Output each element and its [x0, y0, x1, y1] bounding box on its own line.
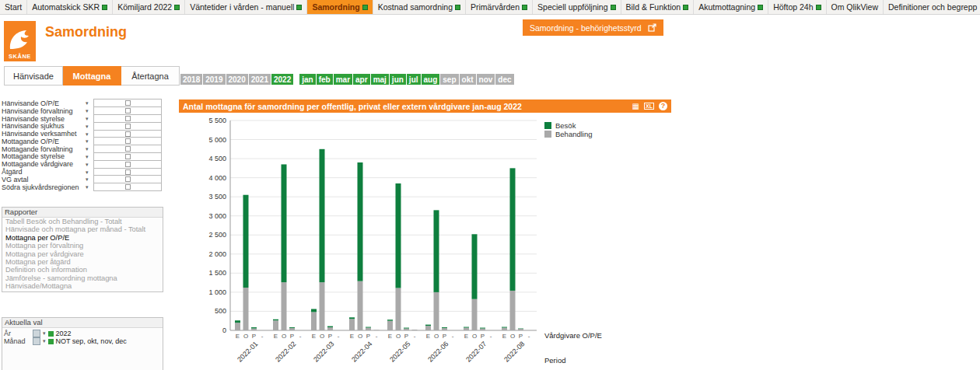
chevron-down-icon[interactable]: ▾ — [86, 124, 93, 129]
chevron-down-icon[interactable]: ▾ — [86, 100, 93, 106]
bar-behandling-2022-02-E[interactable] — [273, 320, 278, 330]
copy-image-icon[interactable]: ▦ — [632, 103, 639, 110]
view-tab-hänvisade[interactable]: Hänvisade — [4, 66, 63, 86]
month-jul[interactable]: jul — [407, 74, 421, 85]
bar-besok-2022-07-P[interactable] — [480, 328, 485, 329]
bar-besok-2022-08-O[interactable] — [510, 168, 516, 291]
permission-link-button[interactable]: Samordning - behörighetsstyrd — [523, 19, 663, 36]
bar-behandling-2022-06-P[interactable] — [442, 328, 447, 330]
checkbox[interactable] — [125, 176, 131, 182]
tab-kömiljard-2022[interactable]: Kömiljard 2022 — [113, 0, 185, 14]
year-2019[interactable]: 2019 — [203, 74, 225, 85]
filter-listbox[interactable] — [93, 183, 162, 191]
bar-behandling-2022-08-P[interactable] — [518, 329, 523, 330]
bar-besok-2022-05-P[interactable] — [404, 328, 409, 329]
tab-om-qlikview[interactable]: Om QlikView — [827, 0, 884, 14]
month-jan[interactable]: jan — [299, 74, 315, 85]
bar-behandling-2022-04-O[interactable] — [358, 281, 363, 330]
report-item-mottagna-per-åtgärd[interactable]: Mottagna per åtgärd — [2, 258, 163, 266]
checkbox[interactable] — [125, 162, 131, 167]
report-item-mottagna-per-o-p-e[interactable]: Mottagna per O/P/E — [2, 234, 163, 242]
bar-behandling-2022-07-E[interactable] — [464, 328, 469, 330]
chevron-down-icon[interactable]: ▾ — [86, 131, 93, 137]
year-2018[interactable]: 2018 — [180, 74, 202, 85]
tab-start[interactable]: Start — [0, 0, 27, 14]
bar-besok-2022-03-E[interactable] — [311, 309, 317, 312]
bar-behandling-2022-05-P[interactable] — [404, 329, 409, 330]
bar-behandling-2022-07-O[interactable] — [472, 299, 478, 330]
report-item-hänvisade-mottagna[interactable]: Hänvisade/Mottagna — [2, 282, 163, 290]
month-aug[interactable]: aug — [422, 74, 440, 85]
bar-behandling-2022-06-E[interactable] — [425, 326, 431, 330]
bar-besok-2022-03-P[interactable] — [327, 326, 333, 327]
year-2022[interactable]: 2022 — [271, 74, 293, 85]
year-2020[interactable]: 2020 — [226, 74, 248, 85]
bar-besok-2022-01-P[interactable] — [251, 327, 257, 328]
bar-besok-2022-08-E[interactable] — [502, 327, 507, 328]
eraser-icon[interactable] — [33, 330, 40, 337]
month-jun[interactable]: jun — [390, 74, 406, 85]
month-sep[interactable]: sep — [440, 74, 458, 85]
chevron-down-icon[interactable]: ▾ — [86, 154, 93, 159]
tab-kostnad-samordning[interactable]: Kostnad samordning — [373, 0, 466, 14]
bar-besok-2022-01-O[interactable] — [243, 195, 249, 288]
chevron-down-icon[interactable]: ▾ — [86, 176, 93, 182]
bar-besok-2022-07-E[interactable] — [464, 327, 469, 328]
checkbox[interactable] — [125, 108, 131, 113]
chevron-down-icon[interactable]: ▾ — [86, 138, 93, 144]
bar-besok-2022-04-O[interactable] — [358, 162, 363, 281]
view-tab-återtagna[interactable]: Återtagna — [121, 66, 180, 86]
chevron-down-icon[interactable]: ▾ — [86, 162, 93, 167]
checkbox[interactable] — [125, 116, 131, 121]
bar-besok-2022-01-E[interactable] — [235, 320, 240, 323]
bar-behandling-2022-03-E[interactable] — [311, 312, 317, 330]
tab-automatskick-skr[interactable]: Automatskick SKR — [27, 0, 113, 14]
checkbox[interactable] — [125, 124, 131, 129]
report-item-jämförelse-samordning-mottagna[interactable]: Jämförelse - samordning mottagna — [2, 274, 163, 282]
checkbox[interactable] — [125, 131, 131, 137]
bar-behandling-2022-05-E[interactable] — [387, 321, 393, 330]
tab-speciell-uppföljning[interactable]: Speciell uppföljning — [533, 0, 621, 14]
chevron-down-icon[interactable]: ▾ — [43, 338, 46, 344]
chevron-down-icon[interactable]: ▾ — [86, 169, 93, 175]
eraser-icon[interactable] — [33, 337, 40, 345]
chevron-down-icon[interactable]: ▾ — [86, 146, 93, 152]
month-apr[interactable]: apr — [353, 74, 370, 85]
bar-besok-2022-06-E[interactable] — [425, 325, 431, 326]
bar-behandling-2022-03-O[interactable] — [320, 282, 325, 330]
checkbox[interactable] — [125, 154, 131, 159]
bar-besok-2022-02-E[interactable] — [273, 319, 278, 320]
report-item-mottagna-per-vårdgivare[interactable]: Mottagna per vårdgivare — [2, 250, 163, 258]
bar-besok-2022-02-P[interactable] — [289, 327, 295, 328]
bar-besok-2022-07-O[interactable] — [472, 234, 478, 298]
report-item-hänvisade-och-mottagna-per-månad-totalt[interactable]: Hänvisade och mottagna per månad - Total… — [2, 225, 163, 233]
tab-bild-funktion[interactable]: Bild & Funktion — [621, 0, 695, 14]
tab-höftop-24h[interactable]: Höftop 24h — [768, 0, 826, 14]
bar-behandling-2022-01-O[interactable] — [243, 288, 249, 330]
month-feb[interactable]: feb — [317, 74, 333, 85]
bar-besok-2022-05-E[interactable] — [387, 319, 393, 320]
year-2021[interactable]: 2021 — [249, 74, 271, 85]
bar-besok-2022-03-O[interactable] — [320, 149, 325, 282]
bar-behandling-2022-08-E[interactable] — [502, 328, 507, 330]
chevron-down-icon[interactable]: ▾ — [86, 184, 93, 190]
view-tab-mottagna[interactable]: Mottagna — [63, 66, 121, 86]
send-to-excel-icon[interactable]: XL — [644, 103, 654, 110]
bar-behandling-2022-05-O[interactable] — [396, 288, 401, 330]
checkbox[interactable] — [125, 100, 131, 106]
bar-behandling-2022-01-E[interactable] — [235, 323, 240, 330]
bar-behandling-2022-06-O[interactable] — [434, 292, 439, 330]
tab-primärvården[interactable]: Primärvården — [466, 0, 533, 14]
report-item-tabell-besök-och-behandling-totalt[interactable]: Tabell Besök och Behandling - Totalt — [2, 218, 163, 225]
bar-behandling-2022-04-P[interactable] — [366, 328, 371, 330]
bar-behandling-2022-05--[interactable] — [412, 330, 418, 330]
checkbox[interactable] — [125, 146, 131, 152]
bar-besok-2022-06-O[interactable] — [434, 210, 439, 292]
bar-behandling-2022-04-E[interactable] — [349, 319, 355, 330]
bar-behandling-2022-02-O[interactable] — [282, 282, 287, 330]
chevron-down-icon[interactable]: ▾ — [86, 108, 93, 113]
chevron-down-icon[interactable]: ▾ — [86, 116, 93, 121]
tab-akutmottagning[interactable]: Akutmottagning — [694, 0, 768, 14]
tab-väntetider-i-vården-manuell[interactable]: Väntetider i vården - manuell — [185, 0, 307, 14]
bar-behandling-2022-02-P[interactable] — [289, 328, 295, 330]
